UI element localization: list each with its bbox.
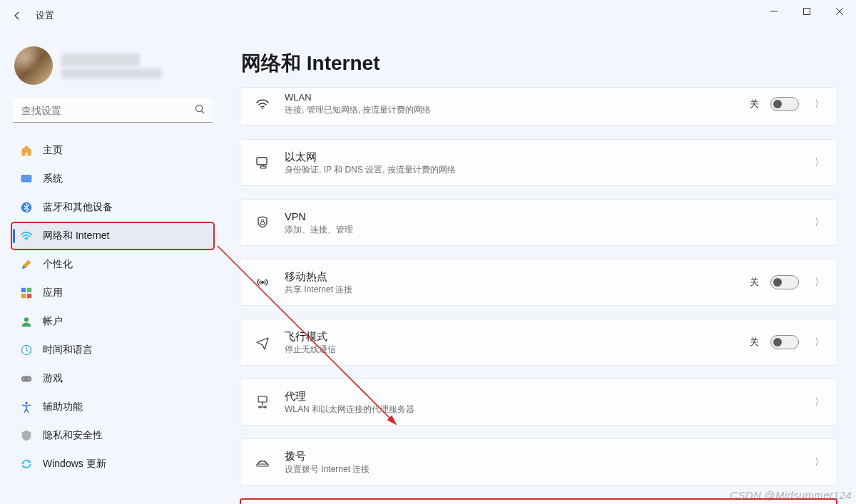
search-icon: [195, 104, 205, 117]
card-hotspot[interactable]: 移动热点 共享 Internet 连接 关 〉: [240, 259, 837, 306]
svg-rect-32: [257, 464, 268, 466]
svg-rect-7: [22, 176, 31, 182]
nav-label: 系统: [43, 173, 63, 185]
card-title: 飞行模式: [285, 330, 750, 344]
svg-point-9: [26, 239, 27, 240]
ethernet-icon: [253, 155, 272, 170]
nav-item-home[interactable]: 主页: [11, 137, 214, 164]
card-subtitle: 身份验证, IP 和 DNS 设置, 按流量计费的网络: [285, 165, 810, 176]
nav-label: 网络和 Internet: [43, 230, 109, 242]
nav-label: 游戏: [43, 372, 63, 385]
svg-rect-10: [21, 288, 26, 292]
nav-item-accessibility[interactable]: 辅助功能: [11, 394, 214, 421]
profile[interactable]: [14, 46, 211, 86]
svg-point-14: [24, 317, 29, 322]
nav-label: 时间和语言: [43, 344, 93, 356]
settings-list: WLAN 连接, 管理已知网络, 按流量计费的网络 关 〉 以太网 身份验证, …: [240, 87, 837, 504]
svg-point-20: [25, 402, 28, 405]
nav-label: 帐户: [43, 315, 63, 328]
update-icon: [20, 458, 33, 470]
back-button[interactable]: [3, 1, 31, 30]
nav-label: 应用: [43, 287, 63, 299]
profile-text: [61, 51, 211, 81]
card-title: WLAN: [285, 92, 750, 104]
card-subtitle: 共享 Internet 连接: [285, 284, 750, 296]
home-icon: [20, 144, 33, 157]
nav-label: 蓝牙和其他设备: [43, 201, 113, 214]
card-subtitle: 设置拨号 Internet 连接: [285, 464, 810, 475]
nav-item-bluetooth[interactable]: 蓝牙和其他设备: [11, 194, 214, 221]
svg-point-26: [261, 281, 264, 284]
card-wlan[interactable]: WLAN 连接, 管理已知网络, 按流量计费的网络 关 〉: [240, 87, 837, 126]
nav-item-privacy[interactable]: 隐私和安全性: [11, 422, 214, 449]
nav-item-apps[interactable]: 应用: [11, 279, 214, 307]
airplane-toggle[interactable]: [770, 335, 799, 349]
card-subtitle: WLAN 和以太网连接的代理服务器: [285, 404, 810, 416]
chevron-right-icon: 〉: [815, 156, 824, 169]
accessibility-icon: [20, 401, 33, 413]
network-icon: [20, 230, 33, 242]
svg-rect-13: [27, 294, 31, 298]
personalization-icon: [20, 258, 33, 271]
svg-rect-12: [21, 294, 26, 298]
wlan-toggle[interactable]: [770, 97, 799, 111]
card-title: 拨号: [285, 450, 810, 463]
wifi-icon: [253, 96, 272, 112]
card-subtitle: 添加、连接、管理: [285, 225, 810, 236]
close-button[interactable]: [823, 0, 856, 23]
toggle-label: 关: [750, 98, 759, 110]
card-dialup[interactable]: 拨号 设置拨号 Internet 连接 〉: [240, 438, 837, 485]
search-input[interactable]: [13, 98, 213, 123]
svg-rect-1: [804, 9, 810, 15]
window-controls: [758, 0, 856, 23]
svg-rect-27: [258, 396, 267, 402]
svg-point-19: [29, 379, 30, 380]
nav-item-gaming[interactable]: 游戏: [11, 365, 214, 392]
svg-rect-22: [257, 158, 267, 165]
bluetooth-icon: [20, 201, 33, 214]
nav-item-time[interactable]: 时间和语言: [11, 336, 214, 364]
card-vpn[interactable]: VPN 添加、连接、管理 〉: [240, 199, 837, 246]
svg-point-4: [195, 105, 202, 111]
svg-rect-23: [260, 166, 266, 168]
window-title: 设置: [36, 9, 54, 22]
vpn-icon: [253, 215, 272, 230]
privacy-icon: [20, 429, 33, 442]
chevron-right-icon: 〉: [815, 98, 824, 110]
minimize-button[interactable]: [758, 0, 790, 23]
main: 网络和 Internet WLAN 连接, 管理已知网络, 按流量计费的网络 关…: [221, 31, 856, 504]
proxy-icon: [253, 394, 272, 410]
airplane-icon: [253, 334, 272, 350]
maximize-button[interactable]: [790, 0, 823, 23]
nav-item-personalization[interactable]: 个性化: [11, 251, 214, 278]
chevron-right-icon: 〉: [815, 276, 824, 289]
chevron-right-icon: 〉: [815, 456, 824, 468]
nav-item-network[interactable]: 网络和 Internet: [11, 222, 214, 250]
sidebar: 主页 系统 蓝牙和其他设备 网络和 Internet 个性化 应用: [0, 31, 221, 504]
svg-point-18: [24, 379, 25, 380]
page-heading: 网络和 Internet: [241, 50, 837, 77]
nav-item-accounts[interactable]: 帐户: [11, 308, 214, 335]
apps-icon: [20, 287, 33, 299]
search: [13, 98, 213, 123]
card-ethernet[interactable]: 以太网 身份验证, IP 和 DNS 设置, 按流量计费的网络 〉: [240, 139, 837, 186]
titlebar: 设置: [0, 0, 856, 31]
svg-point-33: [260, 461, 261, 463]
toggle-label: 关: [750, 276, 759, 289]
hotspot-icon: [253, 274, 272, 290]
accounts-icon: [20, 315, 33, 328]
card-airplane[interactable]: 飞行模式 停止无线通信 关 〉: [240, 319, 837, 366]
svg-line-5: [202, 111, 204, 113]
chevron-right-icon: 〉: [815, 336, 824, 349]
watermark: CSDN @Midsummer124: [730, 489, 852, 501]
card-proxy[interactable]: 代理 WLAN 和以太网连接的代理服务器 〉: [240, 379, 837, 426]
nav-item-update[interactable]: Windows 更新: [11, 451, 214, 478]
nav-label: 隐私和安全性: [43, 429, 103, 442]
card-subtitle: 连接, 管理已知网络, 按流量计费的网络: [285, 105, 750, 116]
svg-rect-17: [21, 376, 31, 381]
toggle-label: 关: [750, 336, 759, 349]
nav-item-system[interactable]: 系统: [11, 165, 214, 192]
card-title: 代理: [285, 390, 810, 403]
hotspot-toggle[interactable]: [770, 275, 799, 289]
system-icon: [20, 173, 33, 185]
